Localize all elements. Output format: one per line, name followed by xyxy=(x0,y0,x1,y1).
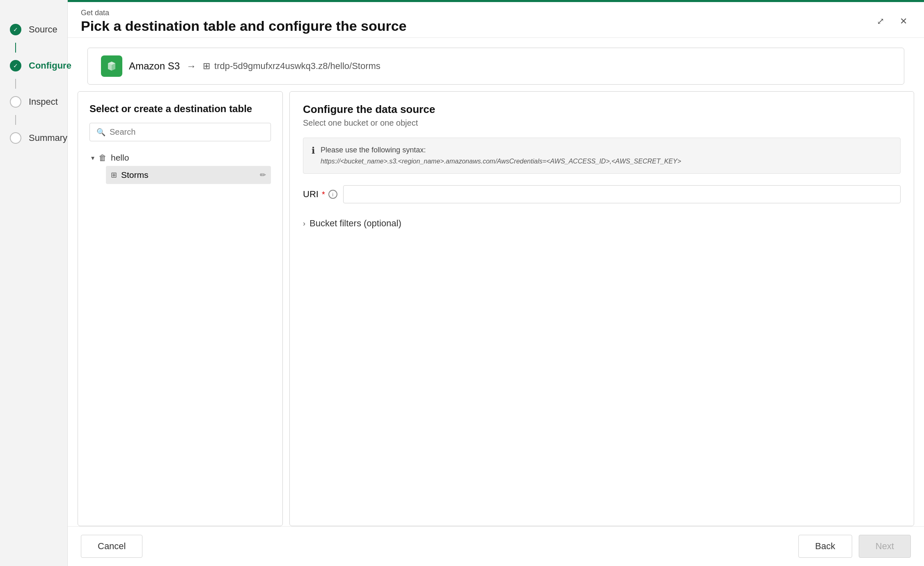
connector-2 xyxy=(15,79,16,89)
sidebar-item-label-inspect: Inspect xyxy=(29,97,58,107)
search-input[interactable] xyxy=(110,127,264,137)
info-syntax-value: https://<bucket_name>.s3.<region_name>.a… xyxy=(321,158,681,165)
s3-icon xyxy=(101,55,122,77)
tree-parent-label: hello xyxy=(111,153,129,163)
step-circle-source: ✓ xyxy=(10,24,21,35)
page-title: Pick a destination table and configure t… xyxy=(81,18,407,34)
top-bar-left: Get data Pick a destination table and co… xyxy=(81,9,407,34)
step-circle-configure: ✓ xyxy=(10,60,21,71)
cancel-button[interactable]: Cancel xyxy=(81,535,142,558)
bottom-bar: Cancel Back Next xyxy=(68,526,924,566)
back-button[interactable]: Back xyxy=(798,535,852,558)
folder-icon: 🗑 xyxy=(99,153,107,163)
info-text: Please use the following syntax: https:/… xyxy=(321,145,681,167)
required-star: * xyxy=(322,190,325,199)
search-icon: 🔍 xyxy=(96,128,105,137)
sidebar-item-label-source: Source xyxy=(29,24,57,35)
right-panel: Configure the data source Select one buc… xyxy=(289,91,914,526)
bucket-filters[interactable]: › Bucket filters (optional) xyxy=(303,215,901,232)
uri-label: URI * i xyxy=(303,189,337,200)
uri-info-icon[interactable]: i xyxy=(328,190,337,199)
content-area: Select or create a destination table 🔍 ▾… xyxy=(68,91,924,526)
destination-path: ⊞ trdp-5d9gmufxrz4uswkq3.z8/hello/Storms xyxy=(203,61,381,71)
info-box: ℹ Please use the following syntax: https… xyxy=(303,138,901,174)
info-icon: ℹ xyxy=(312,145,315,156)
source-path-bar: Amazon S3 → ⊞ trdp-5d9gmufxrz4uswkq3.z8/… xyxy=(87,48,904,85)
next-button[interactable]: Next xyxy=(859,535,911,558)
get-data-label: Get data xyxy=(81,9,407,17)
table-icon: ⊞ xyxy=(203,61,210,71)
sidebar-item-label-summary: Summary xyxy=(29,133,67,143)
tree-child-left: ⊞ Storms xyxy=(111,170,149,180)
source-name: Amazon S3 xyxy=(129,60,180,72)
tree-child-label: Storms xyxy=(121,170,149,180)
arrow-icon: → xyxy=(186,60,196,72)
left-panel-title: Select or create a destination table xyxy=(89,103,271,115)
sidebar-item-label-configure: Configure xyxy=(29,60,71,71)
connector-3 xyxy=(15,115,16,125)
tree-child-item[interactable]: ⊞ Storms ✏ xyxy=(106,166,271,184)
right-buttons: Back Next xyxy=(798,535,911,558)
sidebar-item-configure[interactable]: ✓ Configure xyxy=(0,53,67,79)
chevron-right-icon: › xyxy=(303,219,305,228)
main-content: Get data Pick a destination table and co… xyxy=(68,0,924,566)
sidebar: ✓ Source ✓ Configure Inspect Summary xyxy=(0,0,68,566)
top-bar-icons: ⤢ ✕ xyxy=(873,14,911,29)
bucket-filters-label: Bucket filters (optional) xyxy=(310,218,401,229)
connector-1 xyxy=(15,43,16,53)
left-panel: Select or create a destination table 🔍 ▾… xyxy=(78,91,283,526)
sidebar-item-source[interactable]: ✓ Source xyxy=(0,16,67,43)
sidebar-item-inspect[interactable]: Inspect xyxy=(0,89,67,115)
destination-path-text: trdp-5d9gmufxrz4uswkq3.z8/hello/Storms xyxy=(214,61,381,71)
uri-row: URI * i xyxy=(303,185,901,203)
tree-parent-item[interactable]: ▾ 🗑 hello xyxy=(89,150,271,166)
uri-input[interactable] xyxy=(343,185,901,203)
step-circle-summary xyxy=(10,132,21,144)
chevron-down-icon: ▾ xyxy=(91,154,94,162)
search-box[interactable]: 🔍 xyxy=(89,123,271,141)
sidebar-item-summary[interactable]: Summary xyxy=(0,125,67,151)
table-grid-icon: ⊞ xyxy=(111,170,117,179)
top-bar: Get data Pick a destination table and co… xyxy=(68,2,924,38)
info-syntax-label: Please use the following syntax: xyxy=(321,145,681,156)
step-circle-inspect xyxy=(10,96,21,108)
expand-button[interactable]: ⤢ xyxy=(873,14,888,29)
config-subtitle: Select one bucket or one object xyxy=(303,118,901,128)
edit-icon[interactable]: ✏ xyxy=(260,170,266,179)
config-title: Configure the data source xyxy=(303,103,901,116)
close-button[interactable]: ✕ xyxy=(896,14,911,29)
